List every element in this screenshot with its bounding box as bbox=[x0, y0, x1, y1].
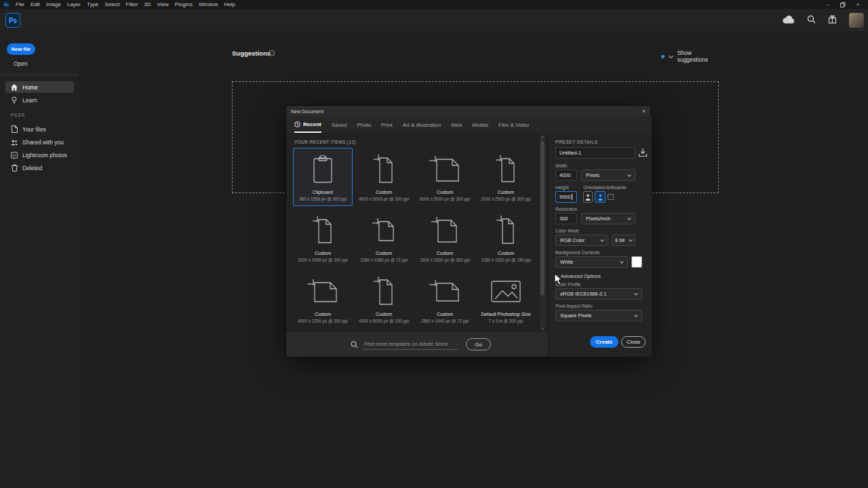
recent-item-custom[interactable]: Custom 1080 x 1920 px @ 150 ppi bbox=[476, 209, 536, 267]
recent-items-scrollbar[interactable]: ▲ ▼ bbox=[540, 134, 545, 331]
menu-3d[interactable]: 3D bbox=[144, 1, 151, 7]
tab-film-video[interactable]: Film & Video bbox=[498, 117, 529, 133]
recent-item-custom[interactable]: Custom 1500 x 1500 px @ 300 ppi bbox=[415, 209, 475, 267]
dialog-close-button[interactable]: × bbox=[642, 108, 646, 115]
restore-button[interactable] bbox=[840, 1, 846, 8]
app-bar: Ps bbox=[0, 9, 868, 31]
menu-view[interactable]: View bbox=[157, 1, 169, 7]
open-button[interactable]: Open bbox=[14, 60, 28, 67]
sidebar-item-your-files[interactable]: Your files bbox=[5, 123, 74, 135]
recent-item-custom[interactable]: Custom 2000 x 2500 px @ 300 ppi bbox=[476, 148, 536, 206]
color-profile-label: Color Profile bbox=[555, 282, 580, 287]
show-suggestions-label: Show suggestions bbox=[677, 49, 722, 63]
sidebar-item-label: Learn bbox=[22, 97, 37, 104]
width-unit-dropdown[interactable]: Pixels bbox=[581, 169, 635, 181]
resolution-unit-dropdown[interactable]: Pixels/Inch bbox=[581, 213, 635, 224]
sidebar-item-home[interactable]: Home bbox=[5, 81, 74, 93]
menu-image[interactable]: Image bbox=[46, 1, 61, 7]
menu-filter[interactable]: Filter bbox=[126, 1, 138, 7]
width-input[interactable]: 4000 bbox=[555, 169, 577, 181]
recent-item-custom[interactable]: Custom 2560 x 1440 px @ 72 ppi bbox=[415, 270, 475, 328]
user-avatar[interactable] bbox=[849, 13, 864, 28]
tab-print[interactable]: Print bbox=[381, 117, 392, 133]
artboards-label: Artboards bbox=[606, 185, 626, 190]
search-icon[interactable] bbox=[807, 14, 816, 26]
show-suggestions-control[interactable]: Show suggestions bbox=[661, 49, 722, 63]
minimize-button[interactable]: – bbox=[825, 1, 831, 8]
search-icon bbox=[351, 341, 358, 348]
background-color-swatch[interactable] bbox=[631, 256, 642, 268]
height-label: Height bbox=[555, 185, 569, 190]
menu-plugins[interactable]: Plugins bbox=[175, 1, 193, 7]
recent-item-custom[interactable]: Custom 1080 x 1080 px @ 72 ppi bbox=[354, 209, 414, 267]
notification-dot-icon bbox=[661, 55, 665, 58]
sidebar-item-label: Shared with you bbox=[22, 139, 64, 146]
color-mode-dropdown[interactable]: RGB Color bbox=[555, 235, 608, 246]
menu-window[interactable]: Window bbox=[199, 1, 218, 7]
document-square-icon bbox=[416, 209, 474, 251]
recent-item-custom[interactable]: Custom 6000 x 5000 px @ 300 ppi bbox=[415, 148, 475, 206]
document-landscape-icon bbox=[294, 270, 352, 312]
pixel-aspect-ratio-dropdown[interactable]: Square Pixels bbox=[555, 310, 642, 321]
tab-web[interactable]: Web bbox=[451, 117, 462, 133]
sidebar-item-label: Lightroom photos bbox=[22, 152, 67, 159]
color-profile-dropdown[interactable]: sRGB IEC61966-2.1 bbox=[555, 288, 642, 300]
recent-items-header: YOUR RECENT ITEMS (12) bbox=[294, 140, 356, 144]
sidebar-item-shared-with-you[interactable]: Shared with you bbox=[5, 136, 74, 148]
recent-item-custom[interactable]: Custom 2000 x 2499 px @ 300 ppi bbox=[293, 209, 353, 267]
background-contents-label: Background Contents bbox=[555, 250, 599, 255]
resolution-input[interactable]: 300 bbox=[555, 213, 577, 224]
dialog-close-button-secondary[interactable]: Close bbox=[621, 336, 646, 348]
bit-depth-dropdown[interactable]: 8 bit bbox=[612, 235, 635, 246]
tab-saved[interactable]: Saved bbox=[332, 117, 347, 133]
chevron-down-icon bbox=[634, 291, 638, 296]
recent-item-default-photoshop-size[interactable]: Default Photoshop Size 7 x 5 in @ 300 pp… bbox=[476, 270, 536, 328]
menu-type[interactable]: Type bbox=[87, 1, 98, 7]
photoshop-logo: Ps bbox=[5, 13, 20, 28]
document-name-input[interactable]: Untitled-1 bbox=[555, 147, 635, 159]
photo-icon bbox=[477, 270, 535, 312]
scroll-up-icon[interactable]: ▲ bbox=[540, 135, 545, 138]
scrollbar-thumb[interactable] bbox=[540, 141, 545, 296]
recent-item-custom[interactable]: Custom 4000 x 2250 px @ 300 ppi bbox=[293, 270, 353, 328]
whats-new-gift-icon[interactable] bbox=[828, 14, 837, 26]
orientation-landscape-button[interactable] bbox=[595, 191, 606, 203]
tab-photo[interactable]: Photo bbox=[357, 117, 371, 133]
recent-item-custom[interactable]: Custom 4000 x 5000 px @ 300 ppi bbox=[354, 148, 414, 206]
tab-mobile[interactable]: Mobile bbox=[473, 117, 489, 133]
document-landscape-icon bbox=[416, 270, 474, 312]
sidebar-item-deleted[interactable]: Deleted bbox=[5, 162, 74, 174]
height-input[interactable]: 5000 bbox=[555, 191, 577, 203]
menu-layer[interactable]: Layer bbox=[67, 1, 81, 7]
artboards-checkbox[interactable] bbox=[608, 194, 614, 200]
menu-select[interactable]: Select bbox=[104, 1, 119, 7]
new-file-button[interactable]: New file bbox=[7, 43, 35, 55]
menu-file[interactable]: File bbox=[16, 1, 24, 7]
background-contents-dropdown[interactable]: White bbox=[555, 256, 628, 268]
create-button[interactable]: Create bbox=[590, 336, 618, 348]
document-portrait-icon bbox=[355, 270, 413, 312]
menu-bar: Ps File Edit Image Layer Type Select Fil… bbox=[0, 0, 868, 9]
sidebar-item-learn[interactable]: Learn bbox=[5, 94, 74, 106]
dialog-titlebar: New Document × bbox=[286, 106, 650, 117]
close-window-button[interactable]: × bbox=[854, 1, 861, 8]
scroll-down-icon[interactable]: ▼ bbox=[540, 327, 545, 330]
tabstrip-filler bbox=[548, 117, 652, 133]
recent-item-custom[interactable]: Custom 4000 x 5000 px @ 150 ppi bbox=[354, 270, 414, 328]
sidebar-item-lightroom-photos[interactable]: Lr Lightroom photos bbox=[5, 149, 74, 161]
orientation-portrait-button[interactable] bbox=[583, 191, 593, 203]
recent-items-area: YOUR RECENT ITEMS (12) Clipboard 980 x 1… bbox=[286, 133, 548, 332]
menu-edit[interactable]: Edit bbox=[31, 1, 40, 7]
info-icon[interactable]: i bbox=[269, 50, 275, 56]
chevron-down-icon bbox=[629, 238, 633, 242]
go-button[interactable]: Go bbox=[466, 338, 491, 350]
menu-help[interactable]: Help bbox=[224, 1, 235, 7]
recent-item-clipboard[interactable]: Clipboard 980 x 1558 px @ 300 ppi bbox=[293, 148, 353, 206]
tab-art-illustration[interactable]: Art & Illustration bbox=[403, 117, 441, 133]
cloud-sync-icon[interactable] bbox=[782, 14, 795, 26]
stock-search-input[interactable] bbox=[363, 339, 458, 350]
save-preset-icon[interactable] bbox=[638, 148, 648, 158]
orientation-label: Orientation bbox=[583, 185, 606, 190]
tab-recent[interactable]: Recent bbox=[294, 117, 321, 133]
advanced-options-toggle[interactable]: Advanced Options bbox=[555, 273, 601, 279]
